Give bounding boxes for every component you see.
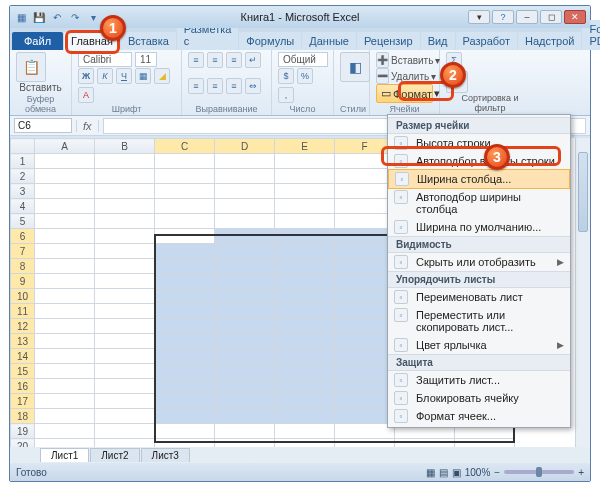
row-header-18[interactable]: 18	[11, 409, 35, 424]
minimize-button[interactable]: –	[516, 10, 538, 24]
cell-C16[interactable]	[155, 379, 215, 394]
cell-C20[interactable]	[155, 439, 215, 448]
cell-E13[interactable]	[275, 334, 335, 349]
cell-E8[interactable]	[275, 259, 335, 274]
cell-E2[interactable]	[275, 169, 335, 184]
row-header-8[interactable]: 8	[11, 259, 35, 274]
row-header-5[interactable]: 5	[11, 214, 35, 229]
cell-F14[interactable]	[335, 349, 395, 364]
number-format-box[interactable]: Общий	[278, 52, 328, 67]
row-header-15[interactable]: 15	[11, 364, 35, 379]
zoom-out-icon[interactable]: −	[494, 467, 500, 478]
row-header-13[interactable]: 13	[11, 334, 35, 349]
cell-B6[interactable]	[95, 229, 155, 244]
row-header-16[interactable]: 16	[11, 379, 35, 394]
insert-cells-button[interactable]: ➕Вставить▾	[376, 52, 433, 68]
cell-C9[interactable]	[155, 274, 215, 289]
select-all-corner[interactable]	[11, 139, 35, 154]
cell-F5[interactable]	[335, 214, 395, 229]
tab-addins[interactable]: Надстрой	[518, 32, 581, 50]
cell-F11[interactable]	[335, 304, 395, 319]
cell-B1[interactable]	[95, 154, 155, 169]
cell-B20[interactable]	[95, 439, 155, 448]
cell-C7[interactable]	[155, 244, 215, 259]
cell-B17[interactable]	[95, 394, 155, 409]
help-icon[interactable]: ?	[492, 10, 514, 24]
cell-G20[interactable]	[395, 439, 455, 448]
cell-B4[interactable]	[95, 199, 155, 214]
menu-item-col-width[interactable]: ▫Ширина столбца...	[388, 169, 570, 189]
fill-color-icon[interactable]: ◢	[154, 68, 170, 84]
cell-C1[interactable]	[155, 154, 215, 169]
cell-C19[interactable]	[155, 424, 215, 439]
cell-D3[interactable]	[215, 184, 275, 199]
save-icon[interactable]: 💾	[32, 10, 46, 24]
cell-A18[interactable]	[35, 409, 95, 424]
cell-D5[interactable]	[215, 214, 275, 229]
cell-D8[interactable]	[215, 259, 275, 274]
cell-B8[interactable]	[95, 259, 155, 274]
align-center-icon[interactable]: ≡	[207, 78, 223, 94]
cell-F6[interactable]	[335, 229, 395, 244]
zoom-in-icon[interactable]: +	[578, 467, 584, 478]
cell-E11[interactable]	[275, 304, 335, 319]
cell-A13[interactable]	[35, 334, 95, 349]
cell-E7[interactable]	[275, 244, 335, 259]
cell-B7[interactable]	[95, 244, 155, 259]
cell-F12[interactable]	[335, 319, 395, 334]
cell-C4[interactable]	[155, 199, 215, 214]
cell-E15[interactable]	[275, 364, 335, 379]
cell-D6[interactable]	[215, 229, 275, 244]
cell-C8[interactable]	[155, 259, 215, 274]
cell-D11[interactable]	[215, 304, 275, 319]
cell-C14[interactable]	[155, 349, 215, 364]
redo-icon[interactable]: ↷	[68, 10, 82, 24]
sheet-tab-3[interactable]: Лист3	[141, 448, 190, 462]
cell-A19[interactable]	[35, 424, 95, 439]
delete-cells-button[interactable]: ➖Удалить▾	[376, 68, 433, 84]
menu-item-format-cells[interactable]: ▫Формат ячеек...	[388, 407, 570, 425]
cell-F16[interactable]	[335, 379, 395, 394]
cell-B9[interactable]	[95, 274, 155, 289]
cell-A20[interactable]	[35, 439, 95, 448]
menu-item-rename[interactable]: ▫Переименовать лист	[388, 288, 570, 306]
cell-E12[interactable]	[275, 319, 335, 334]
cell-B2[interactable]	[95, 169, 155, 184]
cell-E18[interactable]	[275, 409, 335, 424]
name-box[interactable]: C6	[14, 118, 72, 133]
cell-E17[interactable]	[275, 394, 335, 409]
cell-C13[interactable]	[155, 334, 215, 349]
vertical-scrollbar[interactable]	[575, 138, 590, 447]
menu-item-lock-cell[interactable]: ▫Блокировать ячейку	[388, 389, 570, 407]
font-name-box[interactable]: Calibri	[78, 52, 132, 67]
cell-C2[interactable]	[155, 169, 215, 184]
maximize-button[interactable]: ◻	[540, 10, 562, 24]
cell-B16[interactable]	[95, 379, 155, 394]
cell-E3[interactable]	[275, 184, 335, 199]
menu-item-protect[interactable]: ▫Защитить лист...	[388, 371, 570, 389]
cell-B12[interactable]	[95, 319, 155, 334]
cell-C5[interactable]	[155, 214, 215, 229]
cell-F3[interactable]	[335, 184, 395, 199]
row-header-17[interactable]: 17	[11, 394, 35, 409]
undo-icon[interactable]: ↶	[50, 10, 64, 24]
border-icon[interactable]: ▦	[135, 68, 151, 84]
cell-F13[interactable]	[335, 334, 395, 349]
cell-A3[interactable]	[35, 184, 95, 199]
cell-C11[interactable]	[155, 304, 215, 319]
cell-E1[interactable]	[275, 154, 335, 169]
cell-B5[interactable]	[95, 214, 155, 229]
tab-insert[interactable]: Вставка	[121, 32, 176, 50]
row-header-20[interactable]: 20	[11, 439, 35, 448]
row-header-3[interactable]: 3	[11, 184, 35, 199]
cell-B15[interactable]	[95, 364, 155, 379]
menu-item-row-height[interactable]: ▫Высота строки...	[388, 134, 570, 152]
cell-D2[interactable]	[215, 169, 275, 184]
cell-E20[interactable]	[275, 439, 335, 448]
cell-F17[interactable]	[335, 394, 395, 409]
cell-A7[interactable]	[35, 244, 95, 259]
cell-A14[interactable]	[35, 349, 95, 364]
italic-icon[interactable]: К	[97, 68, 113, 84]
row-header-9[interactable]: 9	[11, 274, 35, 289]
cell-F1[interactable]	[335, 154, 395, 169]
